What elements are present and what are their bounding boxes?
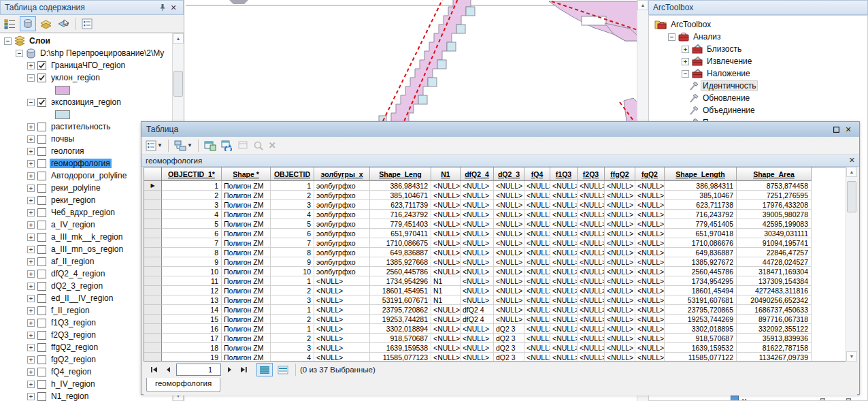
column-header[interactable]: fgQ2 bbox=[635, 167, 665, 181]
table-cell[interactable]: <NULL> bbox=[461, 334, 494, 343]
table-cell[interactable]: <NULL> bbox=[461, 286, 494, 295]
table-cell[interactable]: Полигон ZM bbox=[222, 334, 271, 343]
table-cell[interactable]: <NULL> bbox=[578, 229, 605, 238]
table-cell[interactable]: <NULL> bbox=[461, 210, 494, 219]
table-cell[interactable]: <NULL> bbox=[494, 210, 524, 219]
table-cell[interactable]: <NULL> bbox=[578, 238, 605, 248]
table-cell[interactable]: <NULL> bbox=[578, 305, 605, 315]
table-cell[interactable]: 1639,159538 bbox=[370, 343, 431, 353]
expand-icon[interactable]: + bbox=[682, 46, 689, 53]
table-cell[interactable]: <NULL> bbox=[550, 229, 578, 238]
table-cell[interactable]: <NULL> bbox=[431, 315, 461, 324]
expand-icon[interactable]: + bbox=[27, 62, 35, 69]
table-cell[interactable]: Полигон ZM bbox=[222, 286, 271, 295]
table-cell[interactable]: <NULL> bbox=[431, 353, 461, 362]
row-selector[interactable] bbox=[144, 257, 162, 267]
table-cell[interactable]: эолбугрфхо bbox=[314, 267, 370, 276]
table-cell[interactable]: <NULL> bbox=[461, 295, 494, 305]
table-cell[interactable]: 1686737,450633 bbox=[737, 305, 812, 315]
table-cell[interactable]: 2 bbox=[271, 334, 314, 343]
table-cell[interactable]: <NULL> bbox=[605, 343, 635, 353]
table-cell[interactable]: <NULL> bbox=[524, 248, 550, 257]
table-cell[interactable]: N1 bbox=[431, 286, 461, 295]
table-cell[interactable]: 16 bbox=[162, 324, 222, 334]
table-cell[interactable]: Полигон ZM bbox=[222, 305, 271, 315]
table-cell[interactable]: <NULL> bbox=[494, 238, 524, 248]
table-cell[interactable]: <NULL> bbox=[431, 229, 461, 238]
table-cell[interactable]: <NULL> bbox=[550, 210, 578, 219]
table-cell[interactable]: эолбугрфхо bbox=[314, 257, 370, 267]
table-cell[interactable]: <NULL> bbox=[635, 305, 665, 315]
table-cell[interactable]: 3302,018894 bbox=[370, 324, 431, 334]
table-cell[interactable]: <NULL> bbox=[635, 276, 665, 286]
list-by-source-icon[interactable] bbox=[20, 16, 36, 31]
table-cell[interactable]: <NULL> bbox=[524, 334, 550, 343]
table-cell[interactable]: <NULL> bbox=[578, 276, 605, 286]
table-cell[interactable]: Полигон ZM bbox=[222, 353, 271, 362]
expand-icon[interactable]: + bbox=[27, 307, 35, 315]
expand-icon[interactable]: + bbox=[27, 356, 35, 364]
table-cell[interactable]: <NULL> bbox=[550, 257, 578, 267]
column-header[interactable]: эолбугры_x bbox=[314, 167, 370, 181]
table-cell[interactable]: 23795,720865 bbox=[665, 305, 737, 315]
toolbox-item[interactable]: Объединение bbox=[649, 104, 867, 116]
layer-checkbox[interactable] bbox=[37, 147, 46, 156]
table-cell[interactable]: 918,570687 bbox=[370, 334, 431, 343]
toc-layer-item[interactable]: −Слои bbox=[0, 35, 172, 47]
table-cell[interactable]: <NULL> bbox=[578, 315, 605, 324]
table-row[interactable]: 18Полигон ZM3<NULL>1639,159538<NULL><NUL… bbox=[144, 343, 846, 353]
table-cell[interactable]: 651,970411 bbox=[370, 229, 431, 238]
table-cell[interactable]: 18601,454951 bbox=[370, 286, 431, 295]
table-cell[interactable]: <NULL> bbox=[314, 305, 370, 315]
layer-checkbox[interactable] bbox=[37, 306, 46, 315]
table-cell[interactable]: 9 bbox=[162, 257, 222, 267]
table-cell[interactable]: <NULL> bbox=[605, 353, 635, 362]
table-cell[interactable]: <NULL> bbox=[524, 286, 550, 295]
scroll-up-icon[interactable]: ▲ bbox=[173, 33, 184, 44]
table-cell[interactable]: <NULL> bbox=[314, 353, 370, 362]
table-cell[interactable]: 6 bbox=[162, 229, 222, 238]
table-cell[interactable]: 1 bbox=[271, 305, 314, 315]
table-row[interactable]: 17Полигон ZM2<NULL>918,570687<NULL><NULL… bbox=[144, 334, 846, 343]
table-cell[interactable]: 81622,787158 bbox=[737, 343, 812, 353]
table-cell[interactable]: <NULL> bbox=[524, 324, 550, 334]
table-cell[interactable]: <NULL> bbox=[578, 191, 605, 200]
table-cell[interactable]: 1734,954295 bbox=[665, 276, 737, 286]
table-cell[interactable]: <NULL> bbox=[524, 257, 550, 267]
table-cell[interactable]: <NULL> bbox=[314, 276, 370, 286]
last-record-button[interactable] bbox=[237, 364, 250, 376]
table-cell[interactable]: <NULL> bbox=[524, 267, 550, 276]
table-cell[interactable]: <NULL> bbox=[431, 181, 461, 191]
layer-checkbox[interactable] bbox=[37, 245, 46, 254]
table-cell[interactable]: <NULL> bbox=[550, 191, 578, 200]
table-cell[interactable]: Полигон ZM bbox=[222, 200, 271, 210]
layer-checkbox[interactable] bbox=[37, 294, 46, 303]
table-row[interactable]: 3Полигон ZM3эолбугрфхо623,711739<NULL><N… bbox=[144, 200, 846, 210]
expand-icon[interactable]: + bbox=[27, 368, 35, 376]
layer-symbol-swatch[interactable] bbox=[55, 110, 70, 119]
table-cell[interactable]: <NULL> bbox=[578, 248, 605, 257]
table-row[interactable]: 13Полигон ZM3<NULL>53191,607671N1<NULL><… bbox=[144, 295, 846, 305]
table-cell[interactable]: 19253,744281 bbox=[370, 315, 431, 324]
table-cell[interactable]: <NULL> bbox=[605, 210, 635, 219]
table-cell[interactable]: <NULL> bbox=[524, 238, 550, 248]
table-cell[interactable]: dQ2 3 bbox=[494, 334, 524, 343]
expand-icon[interactable]: + bbox=[27, 221, 35, 229]
row-selector[interactable] bbox=[144, 353, 162, 362]
table-cell[interactable]: <NULL> bbox=[431, 267, 461, 276]
column-header[interactable]: OBJECTID_1* bbox=[162, 167, 222, 181]
table-cell[interactable]: <NULL> bbox=[578, 286, 605, 295]
table-cell[interactable]: <NULL> bbox=[461, 238, 494, 248]
table-cell[interactable]: 10 bbox=[271, 267, 314, 276]
table-row[interactable]: 12Полигон ZM2<NULL>18601,454951N1<NULL><… bbox=[144, 286, 846, 295]
table-cell[interactable]: Полигон ZM bbox=[222, 248, 271, 257]
toc-layer-item[interactable]: +ГраницаЧГО_region bbox=[0, 59, 172, 71]
table-cell[interactable]: 12 bbox=[162, 286, 222, 295]
table-cell[interactable]: 385,104671 bbox=[370, 191, 431, 200]
select-related-records-button[interactable] bbox=[203, 138, 218, 153]
table-row[interactable]: 14Полигон ZM1<NULL>23795,720862<NULL>dfQ… bbox=[144, 305, 846, 315]
toolbox-item[interactable]: −Анализ bbox=[649, 31, 867, 43]
scroll-thumb[interactable] bbox=[847, 181, 856, 212]
table-cell[interactable]: 1710,086675 bbox=[370, 238, 431, 248]
table-cell[interactable]: <NULL> bbox=[494, 257, 524, 267]
